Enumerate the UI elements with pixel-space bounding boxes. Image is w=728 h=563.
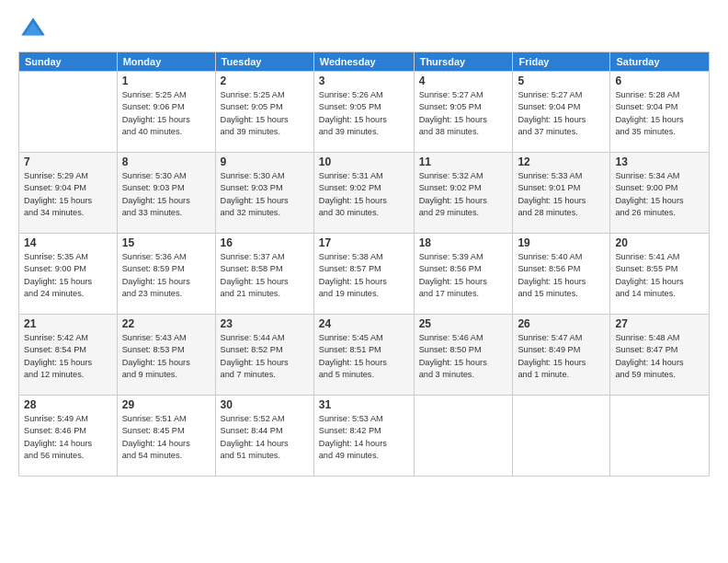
day-info-line: Daylight: 14 hours [221, 438, 309, 450]
calendar-header-friday: Friday [513, 52, 610, 72]
day-number: 7 [24, 155, 112, 168]
day-info-line: and 35 minutes. [615, 126, 704, 138]
day-info-line: Sunset: 8:47 PM [615, 344, 704, 356]
day-info-line: Sunset: 9:00 PM [24, 263, 112, 275]
day-info-line: Sunset: 9:06 PM [122, 101, 210, 113]
day-info-line: Sunset: 9:04 PM [615, 101, 704, 113]
day-number: 28 [24, 398, 112, 411]
day-info-line: Daylight: 15 hours [122, 276, 210, 288]
day-info-line: Sunset: 9:00 PM [615, 182, 704, 194]
day-info-line: Daylight: 15 hours [518, 357, 605, 369]
day-number: 20 [615, 236, 704, 249]
day-number: 5 [518, 75, 605, 87]
calendar-cell: 24Sunrise: 5:45 AMSunset: 8:51 PMDayligh… [313, 315, 414, 396]
day-number: 13 [615, 155, 704, 168]
day-info-line: Sunrise: 5:53 AM [319, 413, 409, 425]
day-info-line: Sunset: 8:44 PM [221, 425, 309, 437]
calendar-cell: 21Sunrise: 5:42 AMSunset: 8:54 PMDayligh… [19, 315, 118, 396]
calendar-cell: 22Sunrise: 5:43 AMSunset: 8:53 PMDayligh… [117, 315, 215, 396]
day-info-line: Sunrise: 5:25 AM [221, 89, 309, 101]
day-info-line: Daylight: 15 hours [24, 276, 112, 288]
day-info-line: Sunset: 9:05 PM [221, 101, 309, 113]
day-info-line: Daylight: 15 hours [319, 276, 409, 288]
day-info-line: and 38 minutes. [419, 126, 508, 138]
day-info-line: Daylight: 15 hours [419, 357, 508, 369]
day-number: 31 [319, 398, 409, 411]
day-info-line: and 39 minutes. [221, 126, 309, 138]
day-number: 17 [319, 236, 409, 249]
day-info-line: and 26 minutes. [615, 207, 704, 219]
day-info-line: Sunrise: 5:48 AM [615, 332, 704, 344]
day-number: 16 [221, 236, 309, 249]
day-info-line: Sunset: 9:03 PM [221, 182, 309, 194]
calendar-cell: 9Sunrise: 5:30 AMSunset: 9:03 PMDaylight… [215, 153, 313, 234]
calendar-cell: 31Sunrise: 5:53 AMSunset: 8:42 PMDayligh… [313, 396, 414, 477]
day-info-line: Daylight: 14 hours [615, 357, 704, 369]
day-info-line: and 21 minutes. [221, 288, 309, 300]
day-info-line: Sunrise: 5:46 AM [419, 332, 508, 344]
calendar-cell: 12Sunrise: 5:33 AMSunset: 9:01 PMDayligh… [513, 153, 610, 234]
day-info-line: Sunrise: 5:31 AM [319, 170, 409, 182]
calendar-cell: 5Sunrise: 5:27 AMSunset: 9:04 PMDaylight… [513, 72, 610, 153]
day-info-line: Sunrise: 5:51 AM [122, 413, 210, 425]
day-info-line: Daylight: 15 hours [319, 357, 409, 369]
day-info-line: Sunrise: 5:49 AM [24, 413, 112, 425]
day-info-line: Sunset: 8:54 PM [24, 344, 112, 356]
calendar-cell: 17Sunrise: 5:38 AMSunset: 8:57 PMDayligh… [313, 234, 414, 315]
day-info-line: Sunrise: 5:47 AM [518, 332, 605, 344]
day-info-line: Sunrise: 5:32 AM [419, 170, 508, 182]
day-info-line: and 32 minutes. [221, 207, 309, 219]
day-info-line: Sunset: 9:05 PM [419, 101, 508, 113]
calendar-header-tuesday: Tuesday [215, 52, 313, 72]
day-info-line: and 34 minutes. [24, 207, 112, 219]
day-info-line: Sunrise: 5:29 AM [24, 170, 112, 182]
day-info-line: Sunrise: 5:27 AM [518, 89, 605, 101]
calendar-cell [19, 72, 118, 153]
calendar-cell: 23Sunrise: 5:44 AMSunset: 8:52 PMDayligh… [215, 315, 313, 396]
calendar-cell: 29Sunrise: 5:51 AMSunset: 8:45 PMDayligh… [117, 396, 215, 477]
day-info-line: Daylight: 15 hours [615, 195, 704, 207]
day-info-line: Sunrise: 5:27 AM [419, 89, 508, 101]
calendar-cell: 18Sunrise: 5:39 AMSunset: 8:56 PMDayligh… [414, 234, 513, 315]
day-info-line: and 9 minutes. [122, 369, 210, 381]
calendar-header-row: SundayMondayTuesdayWednesdayThursdayFrid… [19, 52, 710, 72]
day-info-line: Sunrise: 5:26 AM [319, 89, 409, 101]
day-info-line: Sunrise: 5:30 AM [221, 170, 309, 182]
day-info-line: Sunset: 9:01 PM [518, 182, 605, 194]
day-info-line: Daylight: 15 hours [518, 114, 605, 126]
day-number: 1 [122, 75, 210, 87]
day-info-line: Sunrise: 5:40 AM [518, 251, 605, 263]
day-info-line: Sunrise: 5:52 AM [221, 413, 309, 425]
day-number: 6 [615, 75, 704, 87]
day-number: 4 [419, 75, 508, 87]
day-info-line: Sunset: 9:04 PM [518, 101, 605, 113]
day-info-line: Daylight: 14 hours [24, 438, 112, 450]
day-info-line: Sunset: 9:03 PM [122, 182, 210, 194]
calendar-header-thursday: Thursday [414, 52, 513, 72]
day-info-line: Sunrise: 5:43 AM [122, 332, 210, 344]
day-info-line: Sunset: 9:05 PM [319, 101, 409, 113]
day-number: 30 [221, 398, 309, 411]
calendar-cell: 7Sunrise: 5:29 AMSunset: 9:04 PMDaylight… [19, 153, 118, 234]
day-info-line: Sunrise: 5:42 AM [24, 332, 112, 344]
logo-icon [18, 15, 48, 44]
calendar-cell: 26Sunrise: 5:47 AMSunset: 8:49 PMDayligh… [513, 315, 610, 396]
calendar-cell: 30Sunrise: 5:52 AMSunset: 8:44 PMDayligh… [215, 396, 313, 477]
day-info-line: Sunrise: 5:38 AM [319, 251, 409, 263]
calendar-cell: 15Sunrise: 5:36 AMSunset: 8:59 PMDayligh… [117, 234, 215, 315]
day-number: 29 [122, 398, 210, 411]
day-info-line: and 28 minutes. [518, 207, 605, 219]
day-info-line: Sunset: 8:42 PM [319, 425, 409, 437]
calendar-cell [610, 396, 710, 477]
calendar-cell [414, 396, 513, 477]
day-info-line: and 30 minutes. [319, 207, 409, 219]
day-info-line: Daylight: 15 hours [122, 357, 210, 369]
day-info-line: Sunrise: 5:33 AM [518, 170, 605, 182]
calendar-header-saturday: Saturday [610, 52, 710, 72]
day-info-line: and 39 minutes. [319, 126, 409, 138]
day-info-line: Daylight: 15 hours [24, 195, 112, 207]
day-number: 11 [419, 155, 508, 168]
calendar-week-row: 1Sunrise: 5:25 AMSunset: 9:06 PMDaylight… [19, 72, 710, 153]
day-number: 27 [615, 317, 704, 330]
day-number: 22 [122, 317, 210, 330]
